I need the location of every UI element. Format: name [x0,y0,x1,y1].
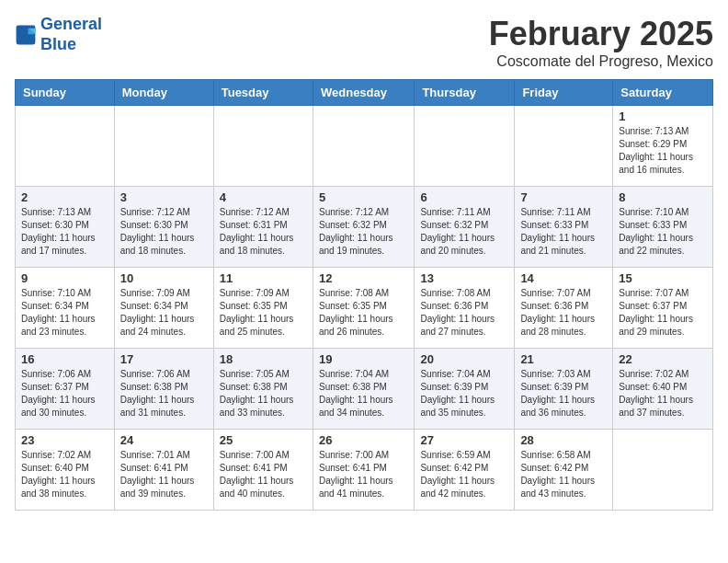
day-number: 22 [619,352,707,366]
day-number: 19 [319,352,408,366]
day-info: Sunrise: 7:10 AM Sunset: 6:34 PM Dayligh… [21,287,108,339]
day-number: 1 [619,109,707,123]
day-number: 10 [120,271,208,285]
day-info: Sunrise: 6:59 AM Sunset: 6:42 PM Dayligh… [420,449,508,500]
logo-icon [15,24,37,46]
day-info: Sunrise: 7:02 AM Sunset: 6:40 PM Dayligh… [21,449,108,500]
day-number: 4 [220,190,307,204]
day-cell: 2Sunrise: 7:13 AM Sunset: 6:30 PM Daylig… [16,187,115,268]
week-row-3: 9Sunrise: 7:10 AM Sunset: 6:34 PM Daylig… [16,268,713,349]
day-info: Sunrise: 7:00 AM Sunset: 6:41 PM Dayligh… [319,449,408,500]
day-info: Sunrise: 7:11 AM Sunset: 6:33 PM Dayligh… [520,206,607,258]
calendar-table: SundayMondayTuesdayWednesdayThursdayFrid… [15,79,713,511]
day-cell [415,106,515,187]
day-info: Sunrise: 7:10 AM Sunset: 6:33 PM Dayligh… [619,206,707,258]
day-cell: 10Sunrise: 7:09 AM Sunset: 6:34 PM Dayli… [114,268,213,349]
day-cell: 11Sunrise: 7:09 AM Sunset: 6:35 PM Dayli… [213,268,313,349]
day-info: Sunrise: 7:09 AM Sunset: 6:35 PM Dayligh… [220,287,307,339]
weekday-header-tuesday: Tuesday [213,80,313,106]
day-cell: 9Sunrise: 7:10 AM Sunset: 6:34 PM Daylig… [16,268,115,349]
day-cell: 1Sunrise: 7:13 AM Sunset: 6:29 PM Daylig… [613,106,713,187]
day-info: Sunrise: 7:12 AM Sunset: 6:30 PM Dayligh… [120,206,208,258]
day-cell: 8Sunrise: 7:10 AM Sunset: 6:33 PM Daylig… [613,187,713,268]
day-info: Sunrise: 7:06 AM Sunset: 6:38 PM Dayligh… [120,368,208,419]
day-cell [515,106,613,187]
day-cell: 7Sunrise: 7:11 AM Sunset: 6:33 PM Daylig… [515,187,613,268]
weekday-header-sunday: Sunday [16,80,115,106]
day-info: Sunrise: 6:58 AM Sunset: 6:42 PM Dayligh… [520,449,607,500]
day-info: Sunrise: 7:07 AM Sunset: 6:37 PM Dayligh… [619,287,707,339]
day-info: Sunrise: 7:00 AM Sunset: 6:41 PM Dayligh… [220,449,307,500]
day-cell: 4Sunrise: 7:12 AM Sunset: 6:31 PM Daylig… [213,187,313,268]
day-number: 13 [420,271,508,285]
weekday-header-friday: Friday [515,80,613,106]
day-cell: 5Sunrise: 7:12 AM Sunset: 6:32 PM Daylig… [313,187,414,268]
weekday-header-monday: Monday [114,80,213,106]
day-info: Sunrise: 7:12 AM Sunset: 6:32 PM Dayligh… [319,206,408,258]
day-number: 24 [120,433,208,447]
day-number: 16 [21,352,108,366]
weekday-header-wednesday: Wednesday [313,80,414,106]
day-cell: 21Sunrise: 7:03 AM Sunset: 6:39 PM Dayli… [515,349,613,430]
day-cell: 12Sunrise: 7:08 AM Sunset: 6:35 PM Dayli… [313,268,414,349]
day-number: 12 [319,271,408,285]
day-info: Sunrise: 7:01 AM Sunset: 6:41 PM Dayligh… [120,449,208,500]
day-number: 9 [21,271,108,285]
day-number: 26 [319,433,408,447]
day-info: Sunrise: 7:13 AM Sunset: 6:29 PM Dayligh… [619,125,707,177]
day-number: 14 [520,271,607,285]
day-info: Sunrise: 7:07 AM Sunset: 6:36 PM Dayligh… [520,287,607,339]
day-cell: 22Sunrise: 7:02 AM Sunset: 6:40 PM Dayli… [613,349,713,430]
day-number: 20 [420,352,508,366]
day-number: 21 [520,352,607,366]
logo-line1: General [40,15,102,35]
title-section: February 2025 Coscomate del Progreso, Me… [489,15,713,70]
day-info: Sunrise: 7:11 AM Sunset: 6:32 PM Dayligh… [420,206,508,258]
week-row-2: 2Sunrise: 7:13 AM Sunset: 6:30 PM Daylig… [16,187,713,268]
week-row-5: 23Sunrise: 7:02 AM Sunset: 6:40 PM Dayli… [16,430,713,511]
day-number: 3 [120,190,208,204]
day-info: Sunrise: 7:09 AM Sunset: 6:34 PM Dayligh… [120,287,208,339]
day-cell [213,106,313,187]
calendar-title: February 2025 [489,15,713,53]
day-cell: 16Sunrise: 7:06 AM Sunset: 6:37 PM Dayli… [16,349,115,430]
day-info: Sunrise: 7:06 AM Sunset: 6:37 PM Dayligh… [21,368,108,419]
weekday-header-saturday: Saturday [613,80,713,106]
day-cell: 27Sunrise: 6:59 AM Sunset: 6:42 PM Dayli… [415,430,515,511]
day-cell: 3Sunrise: 7:12 AM Sunset: 6:30 PM Daylig… [114,187,213,268]
day-cell: 15Sunrise: 7:07 AM Sunset: 6:37 PM Dayli… [613,268,713,349]
day-cell [16,106,115,187]
day-number: 17 [120,352,208,366]
day-cell: 23Sunrise: 7:02 AM Sunset: 6:40 PM Dayli… [16,430,115,511]
day-cell [613,430,713,511]
day-cell: 18Sunrise: 7:05 AM Sunset: 6:38 PM Dayli… [213,349,313,430]
day-cell: 26Sunrise: 7:00 AM Sunset: 6:41 PM Dayli… [313,430,414,511]
day-cell [313,106,414,187]
logo-text: GeneralBlue [40,15,102,54]
day-cell: 28Sunrise: 6:58 AM Sunset: 6:42 PM Dayli… [515,430,613,511]
logo-line2: Blue [40,35,102,55]
day-cell: 6Sunrise: 7:11 AM Sunset: 6:32 PM Daylig… [415,187,515,268]
day-number: 25 [220,433,307,447]
week-row-4: 16Sunrise: 7:06 AM Sunset: 6:37 PM Dayli… [16,349,713,430]
day-number: 8 [619,190,707,204]
day-cell: 24Sunrise: 7:01 AM Sunset: 6:41 PM Dayli… [114,430,213,511]
day-number: 6 [420,190,508,204]
day-info: Sunrise: 7:12 AM Sunset: 6:31 PM Dayligh… [220,206,307,258]
day-info: Sunrise: 7:03 AM Sunset: 6:39 PM Dayligh… [520,368,607,419]
day-number: 27 [420,433,508,447]
day-info: Sunrise: 7:08 AM Sunset: 6:35 PM Dayligh… [319,287,408,339]
day-cell: 20Sunrise: 7:04 AM Sunset: 6:39 PM Dayli… [415,349,515,430]
svg-rect-0 [17,25,36,44]
day-cell: 17Sunrise: 7:06 AM Sunset: 6:38 PM Dayli… [114,349,213,430]
day-number: 15 [619,271,707,285]
day-number: 28 [520,433,607,447]
day-number: 18 [220,352,307,366]
day-info: Sunrise: 7:13 AM Sunset: 6:30 PM Dayligh… [21,206,108,258]
day-number: 23 [21,433,108,447]
day-info: Sunrise: 7:08 AM Sunset: 6:36 PM Dayligh… [420,287,508,339]
logo: GeneralBlue [15,15,102,54]
day-info: Sunrise: 7:04 AM Sunset: 6:39 PM Dayligh… [420,368,508,419]
week-row-1: 1Sunrise: 7:13 AM Sunset: 6:29 PM Daylig… [16,106,713,187]
day-cell: 25Sunrise: 7:00 AM Sunset: 6:41 PM Dayli… [213,430,313,511]
